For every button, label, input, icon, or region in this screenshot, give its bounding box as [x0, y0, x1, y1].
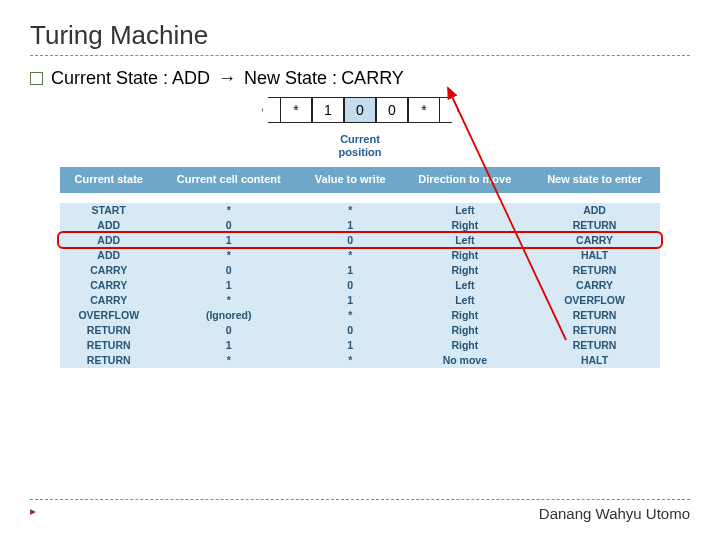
- table-cell: OVERFLOW: [60, 308, 157, 323]
- bullet-state-from: ADD: [172, 68, 210, 89]
- table-header: Value to write: [300, 167, 401, 192]
- table-cell: *: [300, 308, 401, 323]
- table-cell: RETURN: [60, 323, 157, 338]
- table-cell: ADD: [60, 218, 157, 233]
- table-cell: HALT: [529, 353, 660, 368]
- table-cell: CARRY: [60, 278, 157, 293]
- transition-table: Current stateCurrent cell contentValue t…: [60, 167, 660, 367]
- table-header: Direction to move: [401, 167, 530, 192]
- table-cell: 1: [300, 263, 401, 278]
- table-cell: CARRY: [60, 293, 157, 308]
- table-cell: RETURN: [529, 323, 660, 338]
- table-cell: No move: [401, 353, 530, 368]
- table-cell: 0: [157, 263, 300, 278]
- table-row: ADD01RightRETURN: [60, 218, 660, 233]
- table-cell: CARRY: [60, 263, 157, 278]
- table-header: New state to enter: [529, 167, 660, 192]
- table-cell: RETURN: [60, 338, 157, 353]
- table-header: Current cell content: [157, 167, 300, 192]
- tape-cell: *: [408, 97, 440, 123]
- table-cell: 1: [157, 338, 300, 353]
- table-cell: *: [157, 353, 300, 368]
- table-cell: 1: [157, 278, 300, 293]
- transition-table-wrap: Current stateCurrent cell contentValue t…: [60, 167, 660, 367]
- table-row: OVERFLOW(Ignored)*RightRETURN: [60, 308, 660, 323]
- table-cell: (Ignored): [157, 308, 300, 323]
- tape-cell: *: [280, 97, 312, 123]
- table-cell: 1: [300, 338, 401, 353]
- table-row: RETURN11RightRETURN: [60, 338, 660, 353]
- table-row: CARRY*1LeftOVERFLOW: [60, 293, 660, 308]
- table-cell: 0: [300, 323, 401, 338]
- table-cell: *: [300, 353, 401, 368]
- bullet-square-icon: [30, 72, 43, 85]
- table-cell: Right: [401, 263, 530, 278]
- bullet-arrow: →: [218, 68, 236, 89]
- table-cell: 0: [157, 323, 300, 338]
- title-divider: [30, 55, 690, 56]
- table-cell: Left: [401, 293, 530, 308]
- tape-cell: 0: [344, 97, 376, 123]
- slide-title: Turing Machine: [30, 20, 690, 51]
- table-cell: 0: [300, 233, 401, 248]
- table-cell: ADD: [60, 248, 157, 263]
- table-cell: Right: [401, 248, 530, 263]
- footer-bullet-icon: ▸: [30, 504, 36, 518]
- table-cell: Right: [401, 218, 530, 233]
- table-cell: *: [300, 248, 401, 263]
- table-row: ADD10LeftCARRY: [60, 233, 660, 248]
- bullet-prefix: Current State :: [51, 68, 168, 89]
- author-name: Danang Wahyu Utomo: [539, 505, 690, 522]
- table-cell: 1: [157, 233, 300, 248]
- table-cell: 1: [300, 293, 401, 308]
- tape-cell: 1: [312, 97, 344, 123]
- table-header: Current state: [60, 167, 157, 192]
- table-row: CARRY10LeftCARRY: [60, 278, 660, 293]
- state-transition-line: Current State : ADD → New State : CARRY: [30, 68, 690, 89]
- table-cell: *: [300, 203, 401, 218]
- table-cell: *: [157, 248, 300, 263]
- table-cell: ADD: [60, 233, 157, 248]
- table-cell: RETURN: [529, 338, 660, 353]
- table-row: ADD**RightHALT: [60, 248, 660, 263]
- bullet-state-to: CARRY: [341, 68, 404, 89]
- table-cell: Right: [401, 323, 530, 338]
- table-cell: Left: [401, 278, 530, 293]
- table-cell: Left: [401, 233, 530, 248]
- tape-diagram: *100* Current position: [30, 97, 690, 159]
- table-cell: HALT: [529, 248, 660, 263]
- tape-cell: 0: [376, 97, 408, 123]
- table-row: START**LeftADD: [60, 203, 660, 218]
- table-cell: Right: [401, 338, 530, 353]
- table-cell: RETURN: [529, 263, 660, 278]
- table-cell: RETURN: [529, 308, 660, 323]
- table-cell: 1: [300, 218, 401, 233]
- table-cell: Right: [401, 308, 530, 323]
- table-cell: OVERFLOW: [529, 293, 660, 308]
- table-cell: *: [157, 293, 300, 308]
- table-cell: START: [60, 203, 157, 218]
- table-cell: 0: [157, 218, 300, 233]
- table-cell: 0: [300, 278, 401, 293]
- table-row: CARRY01RightRETURN: [60, 263, 660, 278]
- table-cell: CARRY: [529, 233, 660, 248]
- bullet-mid: New State :: [244, 68, 337, 89]
- footer-divider: [30, 499, 690, 500]
- table-cell: RETURN: [529, 218, 660, 233]
- table-cell: RETURN: [60, 353, 157, 368]
- table-row: RETURN00RightRETURN: [60, 323, 660, 338]
- table-cell: ADD: [529, 203, 660, 218]
- table-cell: *: [157, 203, 300, 218]
- table-row: RETURN**No moveHALT: [60, 353, 660, 368]
- table-cell: CARRY: [529, 278, 660, 293]
- current-position-label: Current position: [339, 133, 382, 159]
- table-cell: Left: [401, 203, 530, 218]
